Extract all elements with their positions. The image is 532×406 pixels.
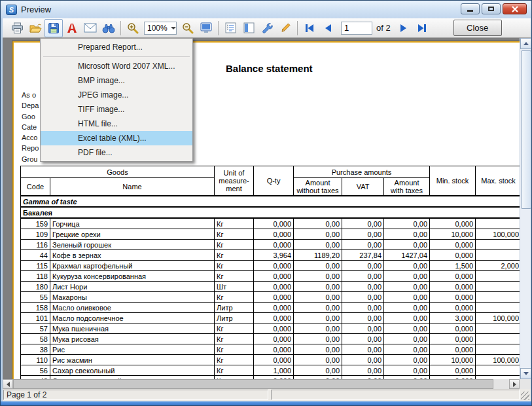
header-name: Name [50, 178, 215, 196]
prev-page-button[interactable] [319, 19, 337, 37]
vertical-scroll-thumb[interactable] [521, 50, 531, 209]
header-purchase-amounts: Purchase amounts [294, 166, 430, 178]
export-menu-item[interactable]: JPEG image... [41, 88, 192, 102]
table-row: 116Зеленый горошекКг0,0000,000,000,000,0… [21, 240, 522, 250]
table-row: 159ГорчицаКг0,0000,000,000,000,000 [21, 218, 522, 229]
export-menu-item[interactable]: HTML file... [41, 117, 192, 131]
filter-label: Grou [22, 154, 39, 164]
report-table: Goods Unit of measure- ment Q-ty Purchas… [20, 166, 522, 379]
export-menu-item[interactable]: Prepared Report... [41, 40, 192, 54]
email-button[interactable] [81, 19, 99, 37]
export-menu-item[interactable]: BMP image... [41, 73, 192, 88]
category-row: Бакалея [21, 207, 522, 218]
table-row: 55МакароныКг0,0000,000,000,000,000 [21, 292, 522, 303]
save-icon [48, 22, 60, 34]
header-min-stock: Min. stock [430, 166, 476, 196]
print-button[interactable] [8, 19, 26, 37]
find-button[interactable] [99, 19, 118, 37]
filter-label: Acco [22, 132, 39, 143]
filter-label: Goo [22, 111, 39, 122]
toolbar-separator [120, 21, 121, 35]
monitor-icon [200, 22, 212, 33]
maximize-button[interactable] [482, 3, 501, 14]
thumbnails-button[interactable] [239, 19, 258, 37]
binoculars-icon [102, 23, 115, 33]
first-page-button[interactable] [300, 19, 319, 37]
table-row: 44Кофе в зернахКг3,9641189,20237,841427,… [21, 250, 522, 261]
toolbar-separator [218, 21, 219, 35]
first-page-icon [305, 24, 315, 33]
close-button[interactable]: Close [453, 20, 502, 36]
zoom-in-icon [127, 22, 139, 34]
report-title: Balance statement [226, 63, 313, 74]
minimize-icon [467, 10, 473, 12]
printer-icon [11, 22, 24, 34]
status-panel-empty [271, 390, 520, 400]
arrow-right-icon [513, 382, 516, 387]
prev-page-icon [325, 24, 332, 33]
filter-label: As o [22, 90, 39, 100]
table-row: 56Сахар свекольныйКг1,0000,000,000,000,0… [21, 365, 522, 376]
full-screen-button[interactable] [197, 19, 215, 37]
toolbar: 100% [3, 18, 531, 38]
minimize-button[interactable] [461, 3, 480, 14]
zoom-select[interactable]: 100% [144, 22, 177, 35]
filter-label: Depa [22, 100, 39, 111]
scrollbar-corner [520, 379, 531, 389]
export-menu-item[interactable]: Microsoft Word 2007 XML... [41, 59, 192, 73]
header-max-stock: Max. stock [476, 166, 522, 196]
arrow-up-icon [523, 42, 529, 45]
arrow-left-icon [7, 382, 10, 387]
open-folder-icon [29, 22, 42, 34]
export-pdf-button[interactable] [63, 19, 81, 37]
toolbar-separator [297, 21, 298, 35]
export-menu-item[interactable]: PDF file... [41, 145, 192, 160]
zoom-out-button[interactable] [179, 19, 197, 37]
zoom-in-button[interactable] [124, 19, 142, 37]
header-qty: Q-ty [254, 166, 294, 196]
window-controls [461, 3, 527, 14]
group-label: Gamma of taste [21, 196, 522, 207]
menu-separator [43, 56, 190, 57]
save-button[interactable] [44, 19, 63, 37]
horizontal-scrollbar[interactable] [3, 379, 520, 389]
header-code: Code [21, 178, 50, 196]
preview-window: S Preview [0, 0, 532, 406]
open-button[interactable] [26, 19, 44, 37]
close-button-label: Close [467, 23, 488, 33]
vertical-scrollbar[interactable] [520, 38, 531, 379]
header-goods: Goods [21, 166, 215, 178]
export-menu-item[interactable]: TIFF image... [41, 102, 192, 117]
page-number-input[interactable] [341, 22, 372, 35]
report-filter-labels: As oDepaGooCateAccoRepoGrou [22, 90, 39, 164]
last-page-icon [417, 24, 427, 33]
close-window-button[interactable] [503, 3, 527, 14]
status-bar: Page 1 of 2 [3, 389, 531, 401]
maximize-icon [488, 7, 494, 11]
filter-label: Repo [22, 143, 39, 153]
zoom-value: 100% [147, 24, 168, 33]
table-row: 158Масло оливковоеЛитр0,0000,000,000,000… [21, 303, 522, 313]
resize-grip[interactable] [521, 392, 529, 400]
header-vat: VAT [342, 178, 384, 196]
scroll-right-button[interactable] [509, 379, 520, 389]
scroll-down-button[interactable] [520, 368, 531, 379]
last-page-button[interactable] [413, 19, 431, 37]
export-menu-item[interactable]: Excel table (XML)... [41, 131, 192, 145]
horizontal-scroll-thumb[interactable] [13, 379, 493, 389]
next-page-icon [400, 24, 407, 33]
next-page-button[interactable] [395, 19, 413, 37]
scroll-left-button[interactable] [3, 379, 13, 389]
email-icon [84, 23, 97, 33]
zoom-out-icon [182, 22, 194, 34]
outline-button[interactable] [221, 19, 239, 37]
page-info: Page 1 of 2 [3, 390, 268, 400]
table-row: 115Крахмал картофельныйКг0,0000,000,000,… [21, 261, 522, 271]
table-row: 110Рис жасминКг0,0000,000,000,0010,00010… [21, 355, 522, 365]
arrow-down-icon [523, 372, 529, 375]
page-settings-button[interactable] [258, 19, 276, 37]
thumbnails-icon [243, 22, 255, 33]
title-bar: S Preview [1, 1, 531, 18]
scroll-up-button[interactable] [520, 38, 531, 49]
edit-page-button[interactable] [276, 19, 294, 37]
